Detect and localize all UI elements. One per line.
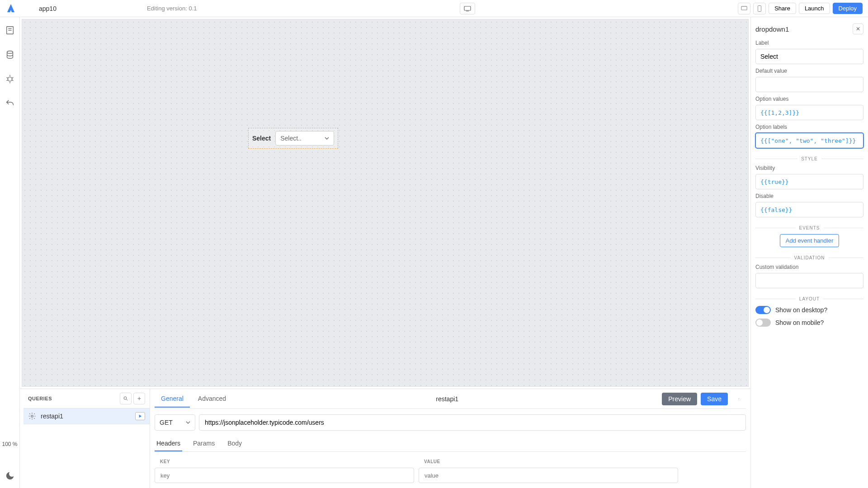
search-icon [123, 396, 128, 401]
api-icon [28, 412, 36, 420]
visibility-input[interactable] [755, 174, 863, 189]
show-desktop-toggle[interactable] [755, 306, 771, 314]
add-query-button[interactable] [133, 393, 145, 404]
events-section-header: EVENTS [796, 225, 824, 230]
http-method-select[interactable]: GET [155, 414, 195, 431]
pages-icon[interactable] [5, 25, 15, 35]
topbar: app10 Editing version: 0.1 Share Launch … [0, 0, 868, 17]
queries-title: QUERIES [28, 396, 118, 401]
svg-line-16 [127, 399, 128, 401]
expand-icon [738, 396, 740, 402]
option-labels-field-label: Option labels [755, 124, 863, 130]
custom-validation-field-label: Custom validation [755, 264, 863, 270]
desktop-preview-button[interactable] [460, 3, 475, 14]
search-queries-button[interactable] [120, 393, 132, 404]
theme-icon[interactable] [5, 471, 15, 481]
query-name: restapi1 [41, 413, 135, 420]
share-button[interactable]: Share [769, 3, 796, 14]
run-query-button[interactable] [135, 412, 145, 420]
svg-line-13 [6, 80, 8, 81]
show-mobile-label: Show on mobile? [775, 319, 824, 326]
svg-line-14 [12, 80, 13, 81]
expand-button[interactable] [731, 393, 746, 405]
http-method-value: GET [160, 419, 173, 426]
svg-point-19 [31, 415, 33, 418]
url-input[interactable] [199, 414, 746, 431]
dropdown-select[interactable]: Select.. [275, 131, 334, 145]
save-button[interactable]: Save [701, 393, 728, 405]
kv-key-input[interactable] [155, 468, 414, 483]
database-icon[interactable] [5, 50, 15, 60]
left-sidebar: 100 % [0, 17, 20, 488]
show-desktop-label: Show on desktop? [775, 306, 827, 314]
svg-point-15 [124, 397, 127, 399]
option-labels-input[interactable] [755, 133, 863, 148]
chevron-down-icon [186, 421, 190, 424]
svg-line-12 [12, 77, 13, 78]
undo-icon[interactable] [5, 99, 15, 108]
option-values-input[interactable] [755, 105, 863, 120]
tab-params[interactable]: Params [191, 436, 217, 451]
tab-body[interactable]: Body [226, 436, 244, 451]
deploy-button[interactable]: Deploy [833, 3, 863, 14]
svg-rect-0 [464, 6, 471, 10]
kv-value-header: VALUE [419, 459, 683, 464]
close-panel-button[interactable]: ✕ [853, 23, 863, 34]
add-event-handler-button[interactable]: Add event handler [780, 234, 840, 247]
mobile-device-button[interactable] [753, 3, 766, 14]
disable-field-label: Disable [755, 193, 863, 199]
default-value-field-label: Default value [755, 68, 863, 74]
visibility-field-label: Visibility [755, 165, 863, 171]
zoom-level[interactable]: 100 % [0, 439, 19, 449]
close-icon: ✕ [856, 26, 860, 32]
kv-value-input[interactable] [419, 468, 678, 483]
version-label: Editing version: 0.1 [147, 5, 197, 12]
validation-section-header: VALIDATION [791, 255, 829, 260]
default-value-input[interactable] [755, 77, 863, 92]
canvas[interactable]: Select Select.. [22, 19, 749, 387]
tab-general[interactable]: General [155, 390, 190, 408]
svg-rect-2 [741, 6, 747, 10]
play-icon [138, 414, 142, 418]
kv-key-header: KEY [155, 459, 419, 464]
query-item[interactable]: restapi1 [24, 408, 150, 424]
svg-point-7 [7, 51, 13, 54]
style-section-header: STYLE [797, 156, 821, 161]
chevron-down-icon [325, 137, 329, 140]
custom-validation-input[interactable] [755, 273, 863, 288]
tab-headers[interactable]: Headers [155, 436, 182, 451]
label-field-label: Label [755, 40, 863, 46]
plus-icon [137, 396, 142, 401]
option-values-field-label: Option values [755, 96, 863, 102]
layout-section-header: LAYOUT [796, 296, 823, 301]
queries-sidebar: QUERIES restapi1 [24, 389, 150, 488]
preview-button[interactable]: Preview [662, 393, 697, 405]
app-name[interactable]: app10 [39, 5, 57, 12]
component-name[interactable]: dropdown1 [755, 25, 853, 33]
label-input[interactable] [755, 49, 863, 64]
debug-icon[interactable] [5, 74, 15, 84]
query-editor: General Advanced restapi1 Preview Save G… [150, 389, 750, 488]
app-logo-icon [5, 3, 16, 14]
svg-line-11 [6, 77, 8, 78]
properties-panel: dropdown1 ✕ Label Default value Option v… [750, 17, 868, 488]
dropdown-placeholder: Select.. [280, 135, 302, 142]
tab-advanced[interactable]: Advanced [192, 390, 232, 408]
disable-input[interactable] [755, 202, 863, 217]
desktop-device-button[interactable] [738, 3, 750, 14]
dropdown-widget[interactable]: Select Select.. [248, 128, 338, 149]
svg-point-8 [8, 77, 12, 81]
query-name-display[interactable]: restapi1 [234, 395, 660, 403]
launch-button[interactable]: Launch [799, 3, 830, 14]
show-mobile-toggle[interactable] [755, 319, 771, 327]
dropdown-label: Select [252, 135, 271, 142]
svg-rect-3 [758, 5, 761, 11]
queries-panel: QUERIES restapi1 [20, 389, 750, 488]
svg-rect-1 [466, 11, 469, 11]
